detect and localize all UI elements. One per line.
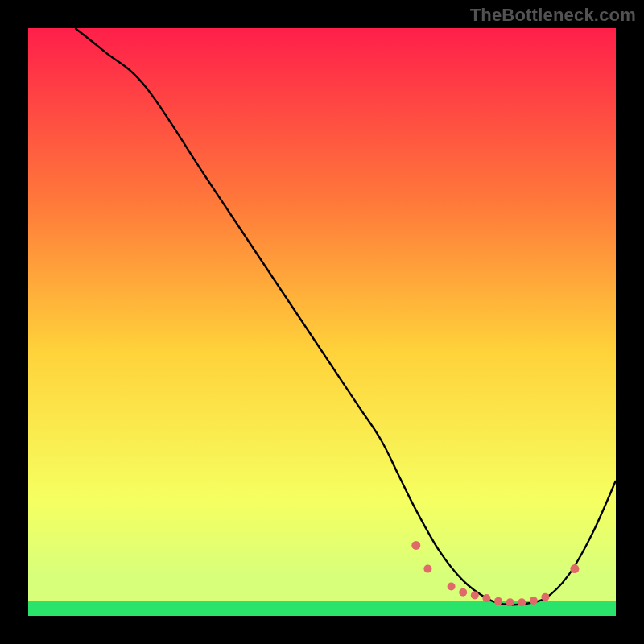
highlight-dot	[482, 594, 490, 602]
plot-area	[28, 28, 616, 616]
highlight-dot	[423, 565, 431, 573]
chart-container: TheBottleneck.com	[0, 0, 644, 644]
highlight-dot	[506, 598, 514, 606]
highlight-dot	[494, 597, 502, 605]
bottleneck-curve	[75, 28, 616, 605]
curve-layer	[28, 28, 616, 616]
highlight-dot	[541, 593, 549, 601]
highlight-dot	[411, 541, 420, 550]
highlight-dot	[471, 591, 479, 599]
highlight-dot	[459, 588, 467, 597]
highlight-dot	[530, 597, 538, 605]
watermark-text: TheBottleneck.com	[470, 5, 636, 26]
highlight-dots	[411, 541, 579, 606]
highlight-dot	[518, 598, 526, 606]
highlight-dot	[570, 564, 579, 573]
highlight-dot	[448, 583, 456, 591]
